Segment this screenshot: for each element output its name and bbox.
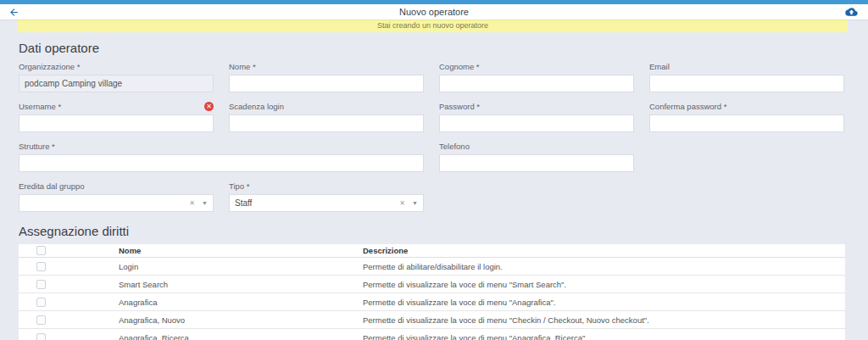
select-all-checkbox[interactable] xyxy=(36,246,46,255)
main-content: Dati operatore Organizzazione * Nome * C… xyxy=(0,41,868,340)
right-description: Permette di visualizzare la voce di menu… xyxy=(363,298,845,307)
column-header-descrizione: Descrizione xyxy=(363,246,845,255)
field-nome: Nome * xyxy=(229,62,424,92)
right-description: Permette di abilitare/disabilitare il lo… xyxy=(363,262,845,271)
form-row-3: Strutture * Telefono xyxy=(19,142,846,172)
rights-table-body: Login Permette di abilitare/disabilitare… xyxy=(19,258,845,340)
field-cognome: Cognome * xyxy=(439,62,634,92)
field-eredita-dal-gruppo: Eredita dal gruppo ✕ ▼ xyxy=(19,181,214,212)
form-row-2: Username * ✕ Scadenza login Password * C… xyxy=(19,102,846,132)
rights-table: Nome Descrizione Login Permette di abili… xyxy=(19,244,845,340)
right-name: Login xyxy=(119,262,363,271)
conferma-password-input[interactable] xyxy=(649,114,844,132)
password-input[interactable] xyxy=(439,114,634,132)
right-name: Smart Search xyxy=(119,280,363,289)
section-title-assegnazione-diritti: Assegnazione diritti xyxy=(19,224,846,238)
field-label: Telefono xyxy=(439,142,470,151)
row-checkbox[interactable] xyxy=(36,315,46,325)
scadenza-login-input[interactable] xyxy=(229,114,424,132)
table-row: Anagrafica Permette di visualizzare la v… xyxy=(19,293,845,311)
cognome-input[interactable] xyxy=(439,75,634,92)
caret-down-icon[interactable]: ▼ xyxy=(202,200,208,206)
field-label: Strutture * xyxy=(19,142,55,151)
field-label: Password * xyxy=(439,102,480,111)
caret-down-icon[interactable]: ▼ xyxy=(412,200,418,206)
info-banner: Stai creando un nuovo operatore xyxy=(18,20,848,32)
row-checkbox[interactable] xyxy=(36,262,46,271)
field-label: Tipo * xyxy=(229,181,249,191)
telefono-input[interactable] xyxy=(439,154,634,172)
save-upload-button[interactable] xyxy=(845,4,858,20)
field-password: Password * xyxy=(439,102,634,132)
username-input[interactable] xyxy=(19,114,214,132)
email-input[interactable] xyxy=(649,75,844,92)
right-name: Anagrafica xyxy=(119,298,363,307)
field-label: Nome * xyxy=(229,62,256,71)
strutture-input[interactable] xyxy=(19,154,424,172)
field-organizzazione: Organizzazione * xyxy=(19,62,214,92)
field-label: Username * xyxy=(19,102,61,111)
organizzazione-input[interactable] xyxy=(19,75,214,92)
field-label: Cognome * xyxy=(439,62,480,71)
field-label: Organizzazione * xyxy=(19,62,80,71)
field-conferma-password: Conferma password * xyxy=(649,102,844,132)
table-row: Login Permette di abilitare/disabilitare… xyxy=(19,258,845,276)
row-checkbox[interactable] xyxy=(36,333,46,340)
rights-table-header: Nome Descrizione xyxy=(19,244,845,258)
table-row: Anagrafica, Ricerca Permette di visualiz… xyxy=(19,329,845,340)
field-email: Email xyxy=(649,62,844,92)
field-scadenza-login: Scadenza login xyxy=(229,102,424,132)
clear-icon[interactable]: ✕ xyxy=(189,199,195,207)
field-label: Scadenza login xyxy=(229,102,284,111)
section-title-dati-operatore: Dati operatore xyxy=(19,41,846,55)
error-circle-icon: ✕ xyxy=(204,102,214,111)
right-description: Permette di visualizzare la voce di menu… xyxy=(363,333,845,340)
right-description: Permette di visualizzare la voce di menu… xyxy=(363,315,845,325)
field-tipo: Tipo * Staff ✕ ▼ xyxy=(229,181,424,212)
field-username: Username * ✕ xyxy=(19,102,214,132)
right-name: Anagrafica, Ricerca xyxy=(119,333,363,340)
field-label: Eredita dal gruppo xyxy=(19,181,85,191)
row-checkbox[interactable] xyxy=(36,280,46,289)
row-checkbox[interactable] xyxy=(36,298,46,307)
nome-input[interactable] xyxy=(229,75,424,92)
clear-icon[interactable]: ✕ xyxy=(399,199,405,207)
column-header-nome: Nome xyxy=(119,246,363,255)
table-row: Anagrafica, Nuovo Permette di visualizza… xyxy=(19,311,845,329)
field-label: Conferma password * xyxy=(649,102,726,111)
arrow-left-icon xyxy=(8,7,19,18)
form-row-4: Eredita dal gruppo ✕ ▼ Tipo * Staff ✕ ▼ xyxy=(19,181,846,212)
field-label: Email xyxy=(649,62,670,71)
page-title: Nuovo operatore xyxy=(399,7,469,17)
tipo-select[interactable]: Staff ✕ ▼ xyxy=(229,194,424,212)
cloud-upload-icon xyxy=(845,7,858,17)
form-row-1: Organizzazione * Nome * Cognome * Email xyxy=(19,62,846,92)
right-name: Anagrafica, Nuovo xyxy=(119,315,363,325)
right-description: Permette di visualizzare la voce di menu… xyxy=(363,280,845,289)
app-header: Nuovo operatore xyxy=(0,4,868,20)
field-strutture: Strutture * xyxy=(19,142,424,172)
field-telefono: Telefono xyxy=(439,142,634,172)
back-button[interactable] xyxy=(8,4,19,20)
table-row: Smart Search Permette di visualizzare la… xyxy=(19,276,845,293)
select-value: Staff xyxy=(235,198,399,208)
eredita-dal-gruppo-select[interactable]: ✕ ▼ xyxy=(19,194,214,212)
